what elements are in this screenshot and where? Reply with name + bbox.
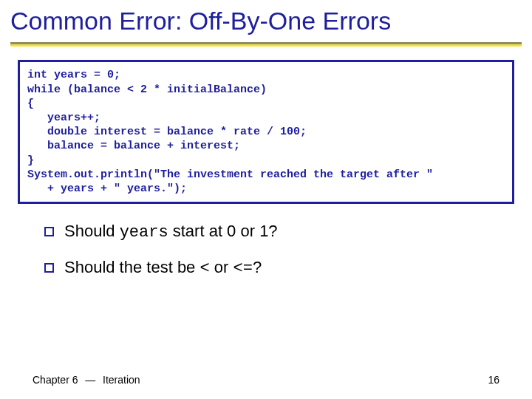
code-box: int years = 0; while (balance < 2 * init… xyxy=(18,60,514,204)
mono-span: <= xyxy=(233,259,252,278)
list-item: Should the test be < or <=? xyxy=(44,258,502,278)
bullet-icon xyxy=(44,263,54,273)
text-span: or xyxy=(210,258,233,276)
bullet-text: Should years start at 0 or 1? xyxy=(64,222,278,242)
footer: Chapter 6 — Iteration 16 xyxy=(0,374,532,386)
code-block: int years = 0; while (balance < 2 * init… xyxy=(27,68,505,196)
mono-span: years xyxy=(120,223,168,242)
bullet-text: Should the test be < or <=? xyxy=(64,258,262,278)
slide: Common Error: Off-By-One Errors int year… xyxy=(0,0,532,399)
title-rule-light xyxy=(10,44,522,47)
footer-left: Chapter 6 — Iteration xyxy=(33,374,140,386)
bullet-icon xyxy=(44,227,54,236)
page-number: 16 xyxy=(488,374,499,386)
chapter-label: Chapter 6 xyxy=(33,374,78,386)
bullet-list: Should years start at 0 or 1? Should the… xyxy=(44,222,502,278)
em-dash: — xyxy=(81,374,100,386)
text-span: ? xyxy=(253,258,262,276)
text-span: Should the test be xyxy=(64,258,200,276)
slide-title: Common Error: Off-By-One Errors xyxy=(0,7,532,39)
list-item: Should years start at 0 or 1? xyxy=(44,222,502,242)
text-span: Should xyxy=(64,222,120,240)
text-span: start at 0 or 1? xyxy=(168,222,278,240)
mono-span: < xyxy=(200,259,209,278)
chapter-title: Iteration xyxy=(103,374,140,386)
